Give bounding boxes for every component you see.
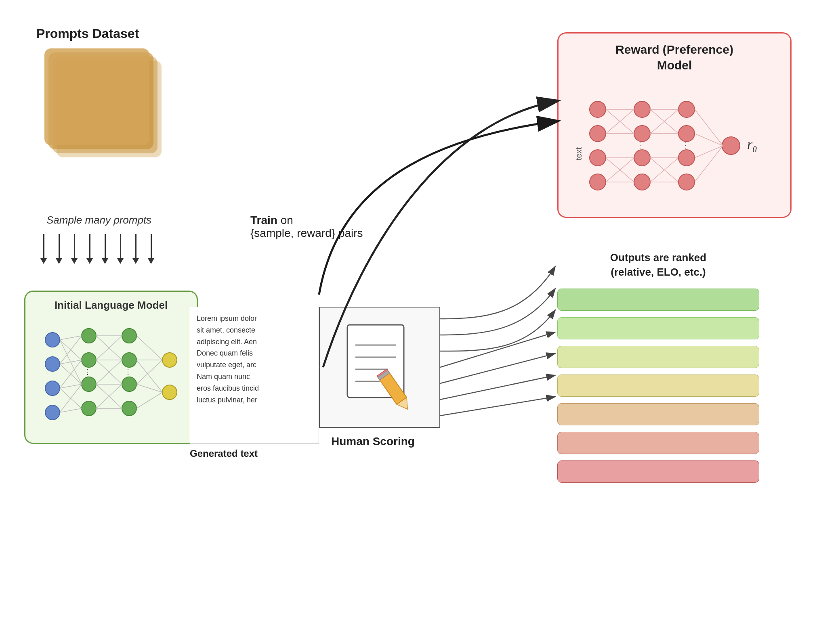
svg-line-42 — [136, 392, 162, 408]
svg-point-1 — [45, 357, 60, 371]
svg-line-25 — [60, 384, 82, 412]
svg-line-23 — [60, 384, 82, 388]
svg-point-11 — [122, 377, 136, 391]
svg-point-46 — [590, 150, 606, 166]
outputs-section: Outputs are ranked(relative, ELO, etc.) — [557, 250, 759, 483]
svg-line-22 — [60, 360, 82, 388]
ilm-title: Initial Language Model — [33, 299, 189, 312]
arrow-down-3 — [71, 234, 78, 264]
svg-line-41 — [136, 384, 162, 392]
arrow-down-8 — [148, 234, 154, 264]
svg-text:⋮: ⋮ — [637, 141, 645, 149]
svg-point-2 — [45, 381, 60, 395]
human-scoring-box — [319, 307, 440, 428]
svg-point-0 — [45, 333, 60, 347]
svg-line-20 — [60, 360, 82, 364]
svg-point-4 — [82, 329, 96, 343]
svg-point-56 — [678, 174, 695, 190]
svg-text:⋮: ⋮ — [124, 368, 132, 376]
reward-model-title: Reward (Preference) Model — [567, 42, 782, 73]
svg-line-39 — [136, 360, 162, 392]
svg-point-5 — [82, 353, 96, 367]
svg-line-37 — [136, 336, 162, 360]
svg-line-78 — [695, 146, 723, 158]
svg-line-16 — [60, 336, 82, 340]
prompts-dataset-title: Prompts Dataset — [36, 26, 139, 41]
arrow-down-1 — [40, 234, 47, 264]
arrow-down-7 — [132, 234, 139, 264]
svg-point-15 — [162, 385, 177, 400]
stacked-cards — [44, 48, 166, 161]
svg-line-77 — [695, 134, 723, 146]
reward-model-box: Reward (Preference) Model text ⋮ ⋮ — [557, 32, 792, 218]
svg-point-49 — [634, 126, 650, 142]
svg-point-51 — [634, 174, 650, 190]
svg-text:⋮: ⋮ — [84, 368, 91, 376]
svg-line-19 — [60, 336, 82, 364]
svg-point-53 — [678, 101, 695, 117]
card-layer-1 — [44, 48, 149, 145]
svg-text:⋮: ⋮ — [682, 141, 689, 149]
svg-point-47 — [590, 174, 606, 190]
diagram-container: Prompts Dataset Sample many prompts Init… — [0, 0, 840, 634]
sample-label: Sample many prompts — [46, 214, 151, 226]
svg-point-14 — [162, 353, 177, 367]
reward-nn-svg: text ⋮ ⋮ rθ — [569, 77, 779, 214]
svg-point-10 — [122, 353, 136, 367]
arrow-down-6 — [117, 234, 124, 264]
svg-line-76 — [695, 109, 723, 146]
down-arrows — [40, 234, 154, 264]
svg-text:text: text — [574, 147, 583, 160]
arrow-down-5 — [102, 234, 108, 264]
pencil-doc-icon — [339, 321, 420, 414]
output-bar-1 — [557, 289, 759, 311]
outputs-title: Outputs are ranked(relative, ELO, etc.) — [557, 250, 759, 280]
generated-text-content: Lorem ipsum dolorsit amet, consecteadipi… — [197, 313, 312, 406]
svg-point-3 — [45, 405, 60, 420]
generated-text-box: Lorem ipsum dolorsit amet, consecteadipi… — [190, 307, 319, 444]
svg-point-7 — [82, 401, 96, 416]
svg-line-40 — [136, 360, 162, 384]
initial-language-model-box: Initial Language Model ⋮ ⋮ — [24, 291, 198, 444]
svg-point-48 — [634, 101, 650, 117]
svg-point-45 — [590, 126, 606, 142]
svg-point-50 — [634, 150, 650, 166]
human-scoring-label: Human Scoring — [331, 435, 415, 448]
svg-point-55 — [678, 150, 695, 166]
svg-point-9 — [122, 329, 136, 343]
train-bold: Train — [250, 214, 277, 226]
svg-text:rθ: rθ — [747, 137, 757, 154]
generated-text-label: Generated text — [190, 448, 258, 459]
output-bar-4 — [557, 375, 759, 397]
output-bar-7 — [557, 460, 759, 483]
svg-point-58 — [722, 137, 740, 155]
arrow-down-2 — [56, 234, 62, 264]
svg-line-26 — [60, 408, 82, 412]
train-label: Train on{sample, reward} pairs — [250, 214, 363, 240]
svg-point-44 — [590, 101, 606, 117]
output-bar-2 — [557, 317, 759, 339]
svg-point-12 — [122, 401, 136, 416]
arrow-down-4 — [86, 234, 93, 264]
output-bar-3 — [557, 346, 759, 368]
svg-point-6 — [82, 377, 96, 391]
svg-line-79 — [695, 146, 723, 182]
ilm-neural-network: ⋮ ⋮ — [36, 316, 186, 429]
output-bar-5 — [557, 403, 759, 425]
output-bars — [557, 289, 759, 483]
output-bar-6 — [557, 432, 759, 454]
svg-point-54 — [678, 126, 695, 142]
